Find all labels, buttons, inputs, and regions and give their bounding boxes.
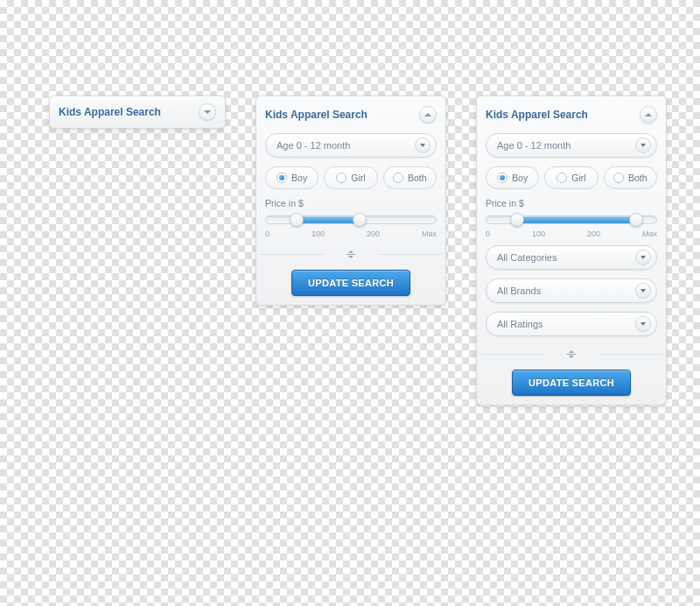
ratings-select[interactable]: All Ratings (486, 312, 657, 336)
tick: 200 (367, 229, 380, 238)
radio-icon (276, 173, 287, 183)
slider-handle-high[interactable] (629, 213, 643, 227)
radio-label: Boy (512, 173, 528, 183)
gender-boy[interactable]: Boy (486, 166, 539, 189)
radio-icon (393, 173, 403, 183)
grip-icon (341, 248, 360, 260)
radio-icon (613, 173, 624, 183)
price-slider-section: Price in $ 0 100 200 Max (486, 198, 657, 238)
radio-label: Both (628, 173, 648, 183)
chevron-down-icon (204, 110, 211, 114)
age-select[interactable]: Age 0 - 12 month (265, 133, 437, 158)
categories-select[interactable]: All Categories (486, 245, 657, 270)
radio-label: Both (408, 173, 427, 183)
price-slider[interactable] (486, 215, 657, 224)
expand-handle[interactable] (480, 345, 662, 363)
search-panel-full: Kids Apparel Search Age 0 - 12 month Boy… (476, 95, 667, 405)
select-label: All Categories (497, 252, 635, 263)
slider-fill (297, 216, 360, 223)
age-select-label: Age 0 - 12 month (276, 140, 415, 151)
gender-both[interactable]: Both (383, 166, 437, 189)
panel-title: Kids Apparel Search (486, 109, 640, 121)
grip-icon (562, 348, 581, 360)
gender-boy[interactable]: Boy (265, 166, 318, 189)
panel-header: Kids Apparel Search (486, 105, 657, 124)
slider-handle-high[interactable] (353, 213, 367, 227)
price-slider-section: Price in $ 0 100 200 Max (265, 198, 437, 238)
chevron-up-icon (424, 113, 431, 116)
tick: 0 (486, 229, 490, 238)
search-panel-basic: Kids Apparel Search Age 0 - 12 month Boy… (256, 95, 446, 306)
slider-ticks: 0 100 200 Max (265, 229, 437, 238)
tick: 0 (265, 229, 270, 238)
radio-icon (336, 173, 346, 183)
expand-button[interactable] (199, 103, 216, 121)
dropdown-icon (635, 137, 651, 153)
expand-handle[interactable] (260, 245, 442, 263)
gender-girl[interactable]: Girl (544, 166, 598, 189)
panel-title: Kids Apparel Search (265, 109, 419, 121)
gender-radio-group: Boy Girl Both (486, 166, 657, 189)
slider-fill (517, 216, 636, 223)
panel-title: Kids Apparel Search (59, 106, 199, 118)
age-select-label: Age 0 - 12 month (497, 140, 635, 151)
slider-ticks: 0 100 200 Max (486, 229, 657, 238)
update-search-button[interactable]: UPDATE SEARCH (512, 370, 631, 396)
tick: 100 (532, 229, 545, 238)
panel-header: Kids Apparel Search (265, 105, 437, 124)
age-select[interactable]: Age 0 - 12 month (486, 133, 657, 158)
tick: 100 (312, 229, 325, 238)
update-search-button[interactable]: UPDATE SEARCH (291, 270, 410, 296)
select-label: All Brands (497, 285, 635, 296)
price-slider[interactable] (265, 215, 437, 224)
collapse-button[interactable] (419, 106, 437, 123)
radio-label: Girl (351, 173, 365, 183)
gender-girl[interactable]: Girl (324, 166, 377, 189)
dropdown-icon (635, 283, 651, 299)
slider-handle-low[interactable] (290, 213, 304, 227)
tick: Max (422, 229, 437, 238)
chevron-up-icon (645, 113, 652, 116)
radio-icon (556, 173, 567, 183)
dropdown-icon (635, 316, 651, 332)
select-label: All Ratings (497, 319, 635, 329)
radio-label: Boy (291, 173, 307, 183)
tick: 200 (587, 229, 600, 238)
collapse-button[interactable] (640, 106, 657, 123)
price-label: Price in $ (265, 198, 437, 208)
search-panel-collapsed: Kids Apparel Search (49, 95, 226, 129)
brands-select[interactable]: All Brands (486, 278, 657, 303)
radio-label: Girl (571, 173, 585, 183)
radio-icon (497, 173, 508, 183)
tick: Max (642, 229, 657, 238)
slider-handle-low[interactable] (510, 213, 524, 227)
price-label: Price in $ (486, 198, 657, 208)
gender-both[interactable]: Both (604, 166, 657, 189)
gender-radio-group: Boy Girl Both (265, 166, 437, 189)
dropdown-icon (415, 137, 430, 153)
dropdown-icon (635, 250, 651, 265)
